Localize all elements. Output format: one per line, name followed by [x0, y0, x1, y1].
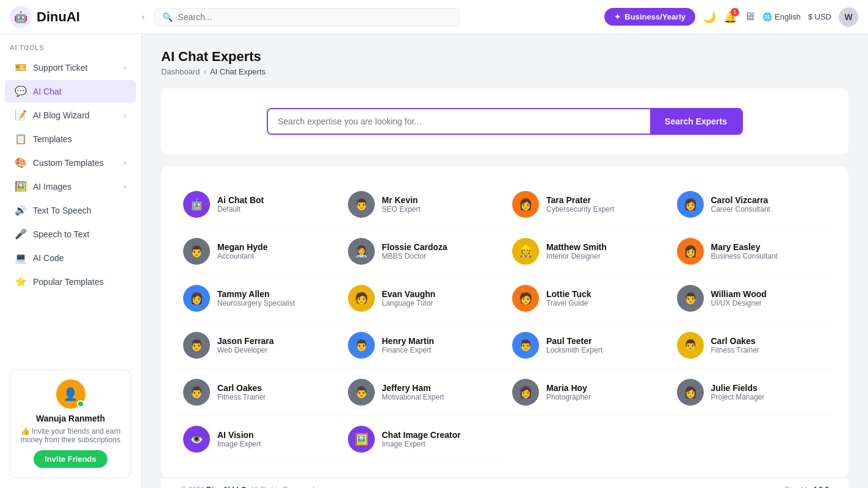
notifications-button[interactable]: 🔔 1 — [723, 10, 737, 24]
breadcrumb-current: AI Chat Experts — [210, 67, 266, 76]
sidebar-item-ai-blog-wizard[interactable]: 📝 AI Blog Wizard › — [5, 104, 136, 126]
expert-item[interactable]: 👨 William Wood UI/UX Designer — [670, 275, 834, 322]
sidebar-item-templates[interactable]: 📋 Templates — [5, 127, 136, 150]
expert-avatar: 👩 — [677, 238, 704, 265]
sidebar-item-popular-templates[interactable]: ⭐ Popular Templates — [5, 270, 136, 293]
sidebar-label-speech-to-text: Speech to Text — [33, 229, 126, 239]
search-experts-button[interactable]: Search Experts — [650, 109, 742, 134]
expert-info: William Wood UI/UX Designer — [711, 289, 767, 307]
expert-avatar: 🧑 — [512, 285, 539, 312]
expert-item[interactable]: 👩 Carol Vizcarra Career Consultant — [670, 181, 834, 228]
expert-item[interactable]: 👨 Megan Hyde Accountant — [176, 228, 341, 275]
expert-name: Lottie Tuck — [546, 289, 591, 299]
expert-item[interactable]: 👩 Tara Prater Cybersecurity Expert — [505, 181, 670, 228]
expert-item[interactable]: 🧑 Evan Vaughn Language Tutor — [341, 275, 505, 322]
expert-name: Megan Hyde — [217, 242, 267, 252]
sidebar-item-speech-to-text[interactable]: 🎤 Speech to Text — [5, 223, 136, 245]
expert-role: Language Tutor — [382, 299, 436, 307]
nav-right: ✦ Business/Yearly 🌙 🔔 1 🖥 🌐 English $ US… — [604, 7, 858, 27]
expert-name: Mary Easley — [711, 242, 778, 252]
expert-name: William Wood — [711, 289, 767, 299]
expert-avatar: 👩 — [677, 191, 704, 218]
sidebar-label-templates: Templates — [33, 134, 126, 144]
expert-role: Image Expert — [382, 440, 461, 448]
expert-item[interactable]: 👨 Paul Teeter Locksmith Expert — [505, 322, 670, 369]
expert-item[interactable]: 👨 Carl Oakes Fitness Trainer — [670, 322, 834, 369]
expert-item[interactable]: 👨 Carl Oakes Fitness Trainer — [176, 369, 341, 416]
global-search[interactable]: 🔍 — [154, 8, 460, 26]
expert-role: Project Manager — [711, 393, 765, 401]
expert-avatar: 👩 — [512, 379, 539, 406]
expert-item[interactable]: 👨 Mr Kevin SEO Expert — [341, 181, 505, 228]
expert-avatar: 👨 — [348, 379, 375, 406]
sidebar-toggle[interactable]: ‹ — [139, 9, 147, 25]
currency-selector[interactable]: $ USD — [808, 12, 831, 21]
expert-item[interactable]: 👨 Jeffery Ham Motivational Expert — [341, 369, 505, 416]
sidebar-label-custom-templates: Custom Templates — [33, 158, 118, 168]
expert-item[interactable]: 👩 Mary Easley Business Consultant — [670, 228, 834, 275]
ai-code-icon: 💻 — [15, 252, 27, 264]
expert-item[interactable]: 🖼️ Chat Image Creator Image Expert — [341, 416, 505, 463]
expert-info: Jeffery Ham Motivational Expert — [382, 383, 444, 401]
expert-item[interactable]: 👩 Julie Fields Project Manager — [670, 369, 834, 416]
invite-friends-button[interactable]: Invite Friends — [34, 450, 107, 468]
expert-role: Locksmith Expert — [546, 346, 602, 354]
expert-role: Fitness Trainer — [711, 346, 759, 354]
main-layout: AI TOOLS 🎫 Support Ticket › 💬 AI Chat 📝 … — [0, 34, 868, 488]
expert-avatar: 🧑 — [348, 285, 375, 312]
dark-mode-toggle[interactable]: 🌙 — [703, 10, 716, 24]
expert-item[interactable]: 🧑 Lottie Tuck Travel Guide — [505, 275, 670, 322]
sidebar-label-ai-code: AI Code — [33, 253, 126, 263]
expert-role: Motivational Expert — [382, 393, 444, 401]
popular-templates-icon: ⭐ — [15, 276, 27, 287]
sidebar-item-ai-chat[interactable]: 💬 AI Chat — [5, 80, 136, 102]
expert-info: Maria Hoy Photographer — [546, 383, 591, 401]
expert-role: Photographer — [546, 393, 591, 401]
expert-item[interactable]: 🤖 Ai Chat Bot Default — [176, 181, 341, 228]
ai-chat-icon: 💬 — [15, 85, 27, 97]
support-ticket-arrow: › — [124, 63, 126, 72]
expert-name: Jason Ferrara — [217, 336, 274, 346]
expert-item[interactable]: 👨 Jason Ferrara Web Developer — [176, 322, 341, 369]
sidebar-item-custom-templates[interactable]: 🎨 Custom Templates › — [5, 151, 136, 174]
sidebar-item-ai-code[interactable]: 💻 AI Code — [5, 246, 136, 269]
expert-role: Career Consultant — [711, 205, 770, 214]
user-avatar-nav[interactable]: W — [839, 7, 858, 27]
breadcrumb-home[interactable]: Dashboard — [161, 67, 200, 76]
global-search-input[interactable] — [178, 12, 452, 22]
expert-info: AI Vision Image Expert — [217, 430, 261, 448]
expert-name: Matthew Smith — [546, 242, 607, 252]
sidebar-item-support-ticket[interactable]: 🎫 Support Ticket › — [5, 56, 136, 79]
language-selector[interactable]: 🌐 English — [762, 12, 801, 21]
breadcrumb: Dashboard › AI Chat Experts — [161, 67, 848, 76]
expert-search-input[interactable] — [268, 109, 650, 134]
experts-grid: 🤖 Ai Chat Bot Default 👨 Mr Kevin SEO Exp… — [176, 181, 834, 463]
sidebar-item-text-to-speech[interactable]: 🔊 Text To Speech — [5, 199, 136, 221]
expert-item[interactable]: 👷 Matthew Smith Interior Designer — [505, 228, 670, 275]
expert-avatar: 👨 — [348, 191, 375, 218]
expert-info: Ai Chat Bot Default — [217, 195, 264, 214]
expert-name: Maria Hoy — [546, 383, 591, 393]
expert-info: Carl Oakes Fitness Trainer — [217, 383, 266, 401]
sidebar-label-text-to-speech: Text To Speech — [33, 206, 126, 215]
expert-item[interactable]: 👁️ AI Vision Image Expert — [176, 416, 341, 463]
monitor-icon[interactable]: 🖥 — [744, 10, 755, 23]
expert-search-bar: Search Experts — [267, 108, 743, 135]
expert-role: Business Consultant — [711, 252, 778, 260]
expert-name: Flossie Cardoza — [382, 242, 447, 252]
page-title: AI Chat Experts — [161, 49, 848, 65]
expert-item[interactable]: 👩 Tammy Allen Neurosurgery Specialist — [176, 275, 341, 322]
sidebar-label-support-ticket: Support Ticket — [33, 63, 118, 73]
expert-role: Neurosurgery Specialist — [217, 299, 295, 307]
expert-role: Image Expert — [217, 440, 261, 448]
expert-item[interactable]: 👩 Maria Hoy Photographer — [505, 369, 670, 416]
blog-wizard-arrow: › — [124, 111, 126, 120]
expert-item[interactable]: 👩‍⚕️ Flossie Cardoza MBBS Doctor — [341, 228, 505, 275]
business-button[interactable]: ✦ Business/Yearly — [604, 8, 695, 26]
expert-info: Flossie Cardoza MBBS Doctor — [382, 242, 447, 260]
speech-to-text-icon: 🎤 — [15, 228, 27, 240]
sidebar-item-ai-images[interactable]: 🖼️ AI Images › — [5, 175, 136, 198]
expert-item[interactable]: 👨 Henry Martin Finance Expert — [341, 322, 505, 369]
text-to-speech-icon: 🔊 — [15, 204, 27, 216]
expert-avatar: 🖼️ — [348, 426, 375, 453]
